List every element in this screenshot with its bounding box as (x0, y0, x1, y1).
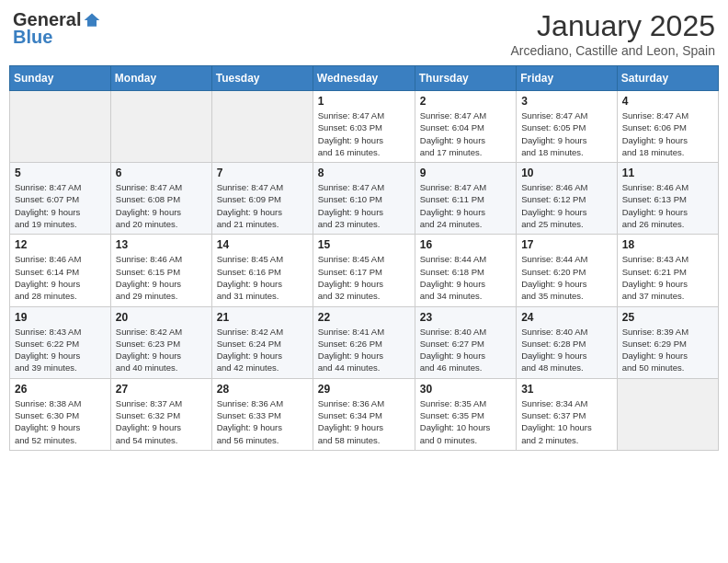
calendar-day-13: 13Sunrise: 8:46 AM Sunset: 6:15 PM Dayli… (110, 235, 211, 306)
day-info: Sunrise: 8:44 AM Sunset: 6:18 PM Dayligh… (420, 253, 511, 302)
calendar-day-4: 4Sunrise: 8:47 AM Sunset: 6:06 PM Daylig… (617, 91, 718, 163)
calendar-day-7: 7Sunrise: 8:47 AM Sunset: 6:09 PM Daylig… (211, 163, 313, 235)
day-number: 19 (15, 311, 106, 324)
calendar-day-19: 19Sunrise: 8:43 AM Sunset: 6:22 PM Dayli… (10, 306, 111, 378)
day-number: 11 (622, 167, 713, 179)
page-header: General Blue January 2025 Arcediano, Cas… (9, 9, 719, 58)
day-info: Sunrise: 8:40 AM Sunset: 6:28 PM Dayligh… (521, 326, 612, 374)
day-info: Sunrise: 8:43 AM Sunset: 6:21 PM Dayligh… (622, 253, 713, 302)
weekday-header-thursday: Thursday (415, 66, 516, 91)
calendar-table: SundayMondayTuesdayWednesdayThursdayFrid… (9, 65, 719, 451)
weekday-header-saturday: Saturday (617, 66, 718, 91)
location-title: Arcediano, Castille and Leon, Spain (510, 43, 715, 58)
day-number: 29 (318, 383, 410, 396)
day-info: Sunrise: 8:47 AM Sunset: 6:09 PM Dayligh… (217, 181, 308, 230)
day-info: Sunrise: 8:36 AM Sunset: 6:34 PM Dayligh… (318, 397, 410, 446)
day-info: Sunrise: 8:38 AM Sunset: 6:30 PM Dayligh… (15, 397, 106, 446)
calendar-day-21: 21Sunrise: 8:42 AM Sunset: 6:24 PM Dayli… (211, 306, 313, 378)
weekday-header-row: SundayMondayTuesdayWednesdayThursdayFrid… (10, 66, 719, 91)
day-info: Sunrise: 8:35 AM Sunset: 6:35 PM Dayligh… (420, 397, 511, 446)
day-number: 18 (622, 238, 713, 251)
day-info: Sunrise: 8:42 AM Sunset: 6:23 PM Dayligh… (116, 326, 207, 374)
day-number: 14 (217, 238, 308, 251)
day-info: Sunrise: 8:47 AM Sunset: 6:03 PM Dayligh… (318, 109, 410, 158)
day-number: 25 (622, 311, 713, 324)
calendar-week-row: 5Sunrise: 8:47 AM Sunset: 6:07 PM Daylig… (10, 163, 719, 235)
logo-icon (83, 11, 101, 29)
calendar-day-9: 9Sunrise: 8:47 AM Sunset: 6:11 PM Daylig… (415, 163, 516, 235)
calendar-day-29: 29Sunrise: 8:36 AM Sunset: 6:34 PM Dayli… (313, 378, 415, 450)
day-number: 17 (521, 238, 612, 251)
svg-marker-0 (85, 13, 100, 26)
day-number: 3 (521, 95, 612, 108)
calendar-day-23: 23Sunrise: 8:40 AM Sunset: 6:27 PM Dayli… (415, 306, 516, 378)
day-info: Sunrise: 8:47 AM Sunset: 6:06 PM Dayligh… (622, 109, 713, 158)
day-number: 20 (116, 311, 207, 324)
day-info: Sunrise: 8:45 AM Sunset: 6:17 PM Dayligh… (318, 253, 410, 302)
weekday-header-tuesday: Tuesday (211, 66, 313, 91)
calendar-day-8: 8Sunrise: 8:47 AM Sunset: 6:10 PM Daylig… (313, 163, 415, 235)
day-number: 13 (116, 238, 207, 251)
day-info: Sunrise: 8:46 AM Sunset: 6:15 PM Dayligh… (116, 253, 207, 302)
calendar-day-27: 27Sunrise: 8:37 AM Sunset: 6:32 PM Dayli… (110, 378, 211, 450)
calendar-week-row: 1Sunrise: 8:47 AM Sunset: 6:03 PM Daylig… (10, 91, 719, 163)
calendar-day-10: 10Sunrise: 8:46 AM Sunset: 6:12 PM Dayli… (517, 163, 618, 235)
calendar-day-22: 22Sunrise: 8:41 AM Sunset: 6:26 PM Dayli… (313, 306, 415, 378)
calendar-day-5: 5Sunrise: 8:47 AM Sunset: 6:07 PM Daylig… (10, 163, 111, 235)
day-number: 8 (318, 167, 410, 179)
calendar-day-16: 16Sunrise: 8:44 AM Sunset: 6:18 PM Dayli… (415, 235, 516, 306)
day-info: Sunrise: 8:47 AM Sunset: 6:11 PM Dayligh… (420, 181, 511, 230)
day-number: 1 (318, 95, 410, 108)
calendar-day-14: 14Sunrise: 8:45 AM Sunset: 6:16 PM Dayli… (211, 235, 313, 306)
day-info: Sunrise: 8:42 AM Sunset: 6:24 PM Dayligh… (217, 326, 308, 374)
day-info: Sunrise: 8:46 AM Sunset: 6:14 PM Dayligh… (15, 253, 106, 302)
day-number: 23 (420, 311, 511, 324)
day-info: Sunrise: 8:36 AM Sunset: 6:33 PM Dayligh… (217, 397, 308, 446)
day-info: Sunrise: 8:45 AM Sunset: 6:16 PM Dayligh… (217, 253, 308, 302)
day-info: Sunrise: 8:37 AM Sunset: 6:32 PM Dayligh… (116, 397, 207, 446)
day-info: Sunrise: 8:34 AM Sunset: 6:37 PM Dayligh… (521, 397, 612, 446)
calendar-day-11: 11Sunrise: 8:46 AM Sunset: 6:13 PM Dayli… (617, 163, 718, 235)
day-info: Sunrise: 8:39 AM Sunset: 6:29 PM Dayligh… (622, 326, 713, 374)
calendar-day-25: 25Sunrise: 8:39 AM Sunset: 6:29 PM Dayli… (617, 306, 718, 378)
calendar-day-30: 30Sunrise: 8:35 AM Sunset: 6:35 PM Dayli… (415, 378, 516, 450)
day-info: Sunrise: 8:47 AM Sunset: 6:07 PM Dayligh… (15, 181, 106, 230)
calendar-day-12: 12Sunrise: 8:46 AM Sunset: 6:14 PM Dayli… (10, 235, 111, 306)
day-number: 21 (217, 311, 308, 324)
day-number: 2 (420, 95, 511, 108)
day-info: Sunrise: 8:47 AM Sunset: 6:04 PM Dayligh… (420, 109, 511, 158)
calendar-empty-cell (10, 91, 111, 163)
title-section: January 2025 Arcediano, Castille and Leo… (510, 9, 715, 58)
weekday-header-wednesday: Wednesday (313, 66, 415, 91)
calendar-day-6: 6Sunrise: 8:47 AM Sunset: 6:08 PM Daylig… (110, 163, 211, 235)
day-info: Sunrise: 8:47 AM Sunset: 6:10 PM Dayligh… (318, 181, 410, 230)
logo: General Blue (13, 9, 101, 48)
day-number: 4 (622, 95, 713, 108)
weekday-header-sunday: Sunday (10, 66, 111, 91)
weekday-header-monday: Monday (110, 66, 211, 91)
day-number: 15 (318, 238, 410, 251)
day-number: 31 (521, 383, 612, 396)
calendar-day-18: 18Sunrise: 8:43 AM Sunset: 6:21 PM Dayli… (617, 235, 718, 306)
day-info: Sunrise: 8:44 AM Sunset: 6:20 PM Dayligh… (521, 253, 612, 302)
calendar-week-row: 26Sunrise: 8:38 AM Sunset: 6:30 PM Dayli… (10, 378, 719, 450)
day-number: 28 (217, 383, 308, 396)
calendar-day-17: 17Sunrise: 8:44 AM Sunset: 6:20 PM Dayli… (517, 235, 618, 306)
day-number: 26 (15, 383, 106, 396)
day-number: 27 (116, 383, 207, 396)
calendar-week-row: 19Sunrise: 8:43 AM Sunset: 6:22 PM Dayli… (10, 306, 719, 378)
calendar-day-26: 26Sunrise: 8:38 AM Sunset: 6:30 PM Dayli… (10, 378, 111, 450)
calendar-week-row: 12Sunrise: 8:46 AM Sunset: 6:14 PM Dayli… (10, 235, 719, 306)
calendar-empty-cell (110, 91, 211, 163)
day-number: 10 (521, 167, 612, 179)
day-info: Sunrise: 8:43 AM Sunset: 6:22 PM Dayligh… (15, 326, 106, 374)
day-info: Sunrise: 8:40 AM Sunset: 6:27 PM Dayligh… (420, 326, 511, 374)
calendar-day-2: 2Sunrise: 8:47 AM Sunset: 6:04 PM Daylig… (415, 91, 516, 163)
day-info: Sunrise: 8:46 AM Sunset: 6:13 PM Dayligh… (622, 181, 713, 230)
day-number: 30 (420, 383, 511, 396)
day-info: Sunrise: 8:46 AM Sunset: 6:12 PM Dayligh… (521, 181, 612, 230)
calendar-day-15: 15Sunrise: 8:45 AM Sunset: 6:17 PM Dayli… (313, 235, 415, 306)
calendar-empty-cell (617, 378, 718, 450)
day-number: 9 (420, 167, 511, 179)
day-info: Sunrise: 8:47 AM Sunset: 6:08 PM Dayligh… (116, 181, 207, 230)
